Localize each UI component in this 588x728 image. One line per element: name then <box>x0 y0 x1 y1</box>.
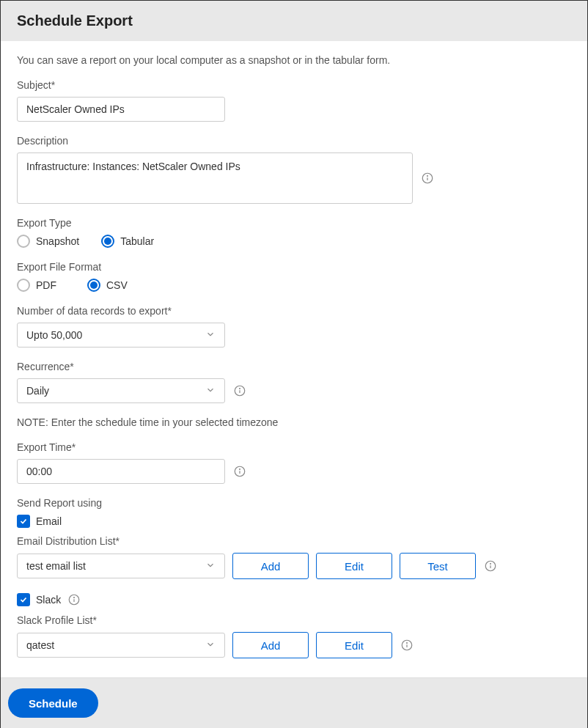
file-format-label: Export File Format <box>17 261 571 273</box>
radio-tabular-label: Tabular <box>120 235 154 247</box>
slack-add-button[interactable]: Add <box>232 632 309 658</box>
description-input[interactable]: Infrastructure: Instances: NetScaler Own… <box>17 152 413 204</box>
radio-snapshot[interactable]: Snapshot <box>17 235 79 248</box>
send-report-label: Send Report using <box>17 497 571 509</box>
subject-input[interactable] <box>17 97 225 122</box>
slack-checkbox-group: Slack <box>17 592 571 607</box>
dialog-body: You can save a report on your local comp… <box>1 41 587 677</box>
radio-icon <box>17 279 30 292</box>
info-icon[interactable] <box>420 171 435 185</box>
records-group: Number of data records to export* Upto 5… <box>17 305 571 348</box>
radio-snapshot-label: Snapshot <box>36 235 79 247</box>
schedule-export-dialog: Schedule Export You can save a report on… <box>0 0 588 728</box>
export-time-input[interactable] <box>17 459 225 484</box>
chevron-down-icon <box>205 329 216 342</box>
radio-icon <box>101 235 114 248</box>
slack-list-select[interactable]: qatest <box>17 633 225 658</box>
email-checkbox-label: Email <box>36 515 62 527</box>
radio-csv[interactable]: CSV <box>87 279 128 292</box>
info-icon[interactable] <box>483 559 498 573</box>
slack-list-label: Slack Profile List* <box>17 614 571 626</box>
recurrence-select[interactable]: Daily <box>17 378 225 403</box>
radio-icon <box>87 279 100 292</box>
records-select[interactable]: Upto 50,000 <box>17 323 225 348</box>
recurrence-group: Recurrence* Daily <box>17 361 571 403</box>
export-type-group: Export Type Snapshot Tabular <box>17 217 571 248</box>
slack-checkbox-label: Slack <box>36 594 61 606</box>
checkbox-checked-icon <box>17 593 30 606</box>
info-icon[interactable] <box>232 383 247 398</box>
chevron-down-icon <box>205 639 216 652</box>
svg-point-16 <box>407 643 408 644</box>
info-icon[interactable] <box>67 592 81 607</box>
email-checkbox[interactable]: Email <box>17 515 571 528</box>
dialog-title: Schedule Export <box>17 12 571 29</box>
subject-group: Subject* <box>17 79 571 122</box>
recurrence-label: Recurrence* <box>17 361 571 372</box>
subject-label: Subject* <box>17 79 571 91</box>
dialog-header: Schedule Export <box>1 1 587 41</box>
send-report-group: Send Report using Email <box>17 497 571 528</box>
export-time-label: Export Time* <box>17 441 571 453</box>
email-edit-button[interactable]: Edit <box>316 553 392 579</box>
svg-point-4 <box>240 389 240 389</box>
svg-point-13 <box>74 598 75 598</box>
slack-list-value: qatest <box>26 639 205 651</box>
schedule-note: NOTE: Enter the schedule time in your se… <box>17 416 571 428</box>
info-icon[interactable] <box>400 638 414 652</box>
schedule-button[interactable]: Schedule <box>8 688 98 718</box>
radio-csv-label: CSV <box>106 279 128 291</box>
svg-point-1 <box>427 176 428 177</box>
checkbox-checked-icon <box>17 515 30 528</box>
export-type-label: Export Type <box>17 217 571 229</box>
description-label: Description <box>17 135 571 147</box>
radio-tabular[interactable]: Tabular <box>101 235 154 248</box>
email-list-label: Email Distribution List* <box>17 535 571 547</box>
radio-pdf[interactable]: PDF <box>17 279 56 292</box>
email-test-button[interactable]: Test <box>400 553 476 579</box>
export-time-group: Export Time* <box>17 441 571 484</box>
radio-icon <box>17 235 30 248</box>
email-list-value: test email list <box>26 560 205 572</box>
records-value: Upto 50,000 <box>26 329 205 341</box>
radio-pdf-label: PDF <box>36 279 56 291</box>
slack-checkbox[interactable]: Slack <box>17 592 571 607</box>
slack-list-group: Slack Profile List* qatest Add Edit <box>17 614 571 658</box>
file-format-group: Export File Format PDF CSV <box>17 261 571 292</box>
chevron-down-icon <box>205 385 216 397</box>
email-list-group: Email Distribution List* test email list… <box>17 535 571 579</box>
chevron-down-icon <box>205 560 216 573</box>
recurrence-value: Daily <box>26 385 205 397</box>
info-icon[interactable] <box>232 464 247 479</box>
dialog-footer: Schedule <box>1 677 587 728</box>
records-label: Number of data records to export* <box>17 305 571 317</box>
email-add-button[interactable]: Add <box>232 553 309 579</box>
slack-edit-button[interactable]: Edit <box>316 632 392 658</box>
description-group: Description Infrastructure: Instances: N… <box>17 135 571 204</box>
email-list-select[interactable]: test email list <box>17 554 225 578</box>
svg-point-10 <box>490 564 491 565</box>
svg-point-7 <box>240 469 240 470</box>
intro-text: You can save a report on your local comp… <box>17 54 571 66</box>
